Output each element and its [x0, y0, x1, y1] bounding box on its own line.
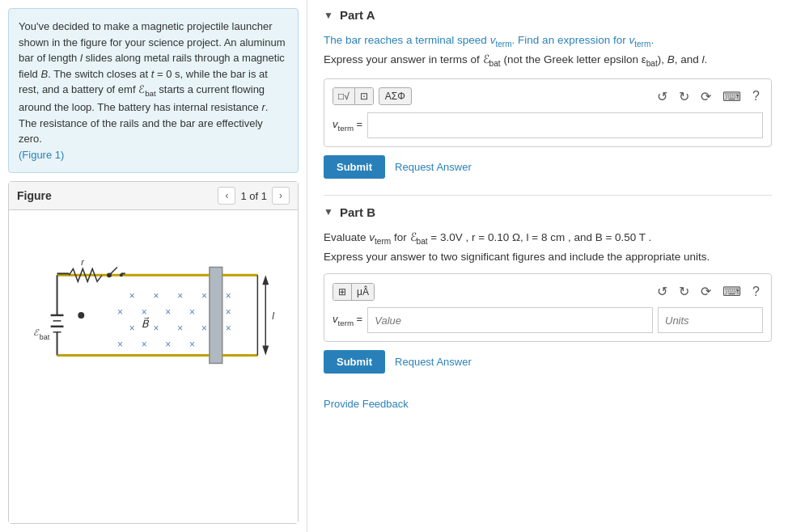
svg-text:×: × [226, 323, 231, 334]
undo-button[interactable]: ↺ [654, 87, 671, 106]
part-a-answer-input[interactable] [367, 112, 763, 138]
figure-content: ℰ bat r [9, 210, 298, 523]
svg-text:×: × [226, 290, 231, 302]
figure-title: Figure [17, 189, 218, 202]
svg-text:×: × [201, 323, 207, 334]
svg-text:ℰ: ℰ [33, 327, 40, 337]
keyboard-button-b[interactable]: ⌨ [719, 282, 744, 301]
part-b-answer-box: ⊞ μÂ ↺ ↻ ⟳ ⌨ ? vterm = [324, 273, 772, 342]
part-b-answer-label: vterm = [333, 313, 362, 327]
svg-text:×: × [117, 339, 123, 350]
figure-next-button[interactable]: › [272, 187, 290, 205]
help-button[interactable]: ? [749, 87, 763, 105]
undo-button-b[interactable]: ↺ [654, 282, 671, 301]
svg-text:l: l [272, 310, 274, 322]
figure-link[interactable]: (Figure 1) [19, 149, 64, 161]
part-b-math-tools[interactable]: ⊞ μÂ [333, 283, 375, 301]
part-a-header: ▼ Part A [324, 8, 772, 22]
help-button-b[interactable]: ? [749, 283, 763, 301]
svg-text:×: × [201, 290, 207, 302]
part-a-actions: Submit Request Answer [324, 155, 772, 179]
part-a-answer-box: □√ ⊡ ΑΣΦ ↺ ↻ ⟳ ⌨ ? vterm = [324, 78, 772, 147]
part-a-desc2: Express your answer in terms of ℰbat (no… [324, 53, 707, 65]
part-b-toolbar: ⊞ μÂ ↺ ↻ ⟳ ⌨ ? [333, 282, 763, 301]
svg-text:×: × [154, 323, 159, 334]
part-b-actions: Submit Request Answer [324, 350, 772, 374]
svg-text:B⃗: B⃗ [142, 318, 150, 330]
redo-button[interactable]: ↻ [676, 87, 693, 106]
part-b-request-answer-link[interactable]: Request Answer [395, 356, 472, 368]
matrix-tool-b[interactable]: ⊞ [333, 284, 352, 300]
greek-tool[interactable]: ΑΣΦ [379, 87, 412, 105]
figure-header: Figure ‹ 1 of 1 › [9, 182, 298, 210]
part-divider [324, 195, 772, 196]
figure-nav: ‹ 1 of 1 › [218, 187, 290, 205]
svg-text:×: × [189, 339, 195, 350]
part-b-submit-button[interactable]: Submit [324, 350, 385, 374]
problem-text-content: You've decided to make a magnetic projec… [19, 20, 286, 145]
svg-text:×: × [129, 290, 135, 302]
problem-description: You've decided to make a magnetic projec… [8, 8, 299, 173]
part-a-label: Part A [340, 8, 375, 22]
part-a-description: The bar reaches a terminal speed vterm. … [324, 32, 772, 70]
svg-text:×: × [142, 306, 147, 318]
svg-text:×: × [129, 323, 135, 334]
svg-text:×: × [177, 323, 183, 334]
svg-marker-25 [262, 346, 269, 356]
svg-text:×: × [226, 306, 231, 318]
svg-text:×: × [154, 290, 159, 302]
part-b-section: ▼ Part B Evaluate vterm for ℰbat = 3.0V … [324, 205, 772, 374]
left-panel: You've decided to make a magnetic projec… [0, 0, 307, 532]
part-b-units-input[interactable] [658, 307, 763, 333]
redo-button-b[interactable]: ↻ [676, 282, 693, 301]
svg-text:×: × [117, 306, 123, 318]
svg-text:×: × [189, 306, 195, 318]
page-indicator: 1 of 1 [240, 190, 267, 202]
figure-prev-button[interactable]: ‹ [218, 187, 235, 205]
svg-text:×: × [165, 339, 171, 350]
part-a-answer-label: vterm = [333, 118, 362, 133]
part-b-description: Evaluate vterm for ℰbat = 3.0V , r = 0.1… [324, 229, 772, 265]
svg-rect-2 [210, 268, 222, 364]
svg-text:×: × [177, 290, 183, 302]
part-b-desc1: Evaluate vterm for ℰbat = 3.0V , r = 0.1… [324, 231, 651, 243]
part-a-toolbar: □√ ⊡ ΑΣΦ ↺ ↻ ⟳ ⌨ ? [333, 87, 763, 106]
keyboard-button[interactable]: ⌨ [719, 87, 744, 106]
svg-text:×: × [142, 339, 147, 350]
matrix-tool[interactable]: ⊡ [355, 88, 373, 104]
part-a-request-answer-link[interactable]: Request Answer [395, 161, 472, 173]
figure-svg: ℰ bat r [17, 218, 290, 396]
right-panel: ▼ Part A The bar reaches a terminal spee… [307, 0, 788, 532]
part-b-desc2: Express your answer to two significant f… [324, 251, 710, 263]
reset-button-b[interactable]: ⟳ [697, 282, 714, 301]
reset-button[interactable]: ⟳ [697, 87, 714, 106]
svg-point-15 [108, 273, 112, 277]
part-b-value-input[interactable] [367, 307, 653, 333]
sqrt-tool[interactable]: □√ [333, 88, 355, 104]
figure-section: Figure ‹ 1 of 1 › [8, 181, 299, 524]
part-a-math-tools[interactable]: □√ ⊡ [333, 87, 374, 105]
part-a-collapse[interactable]: ▼ [324, 10, 333, 21]
part-a-desc1: The bar reaches a terminal speed vterm. … [324, 34, 654, 46]
part-b-collapse[interactable]: ▼ [324, 206, 333, 217]
part-a-section: ▼ Part A The bar reaches a terminal spee… [324, 8, 772, 179]
part-a-answer-row: vterm = [333, 112, 763, 138]
svg-point-47 [78, 312, 84, 319]
part-a-submit-button[interactable]: Submit [324, 155, 385, 179]
svg-marker-24 [262, 276, 269, 285]
svg-text:bat: bat [40, 333, 50, 341]
part-b-label: Part B [340, 205, 375, 219]
part-b-header: ▼ Part B [324, 205, 772, 219]
unit-tool-b[interactable]: μÂ [352, 284, 374, 300]
part-b-answer-row: vterm = [333, 307, 763, 333]
svg-text:r: r [81, 258, 84, 268]
svg-text:×: × [165, 306, 171, 318]
provide-feedback-link[interactable]: Provide Feedback [324, 398, 409, 410]
